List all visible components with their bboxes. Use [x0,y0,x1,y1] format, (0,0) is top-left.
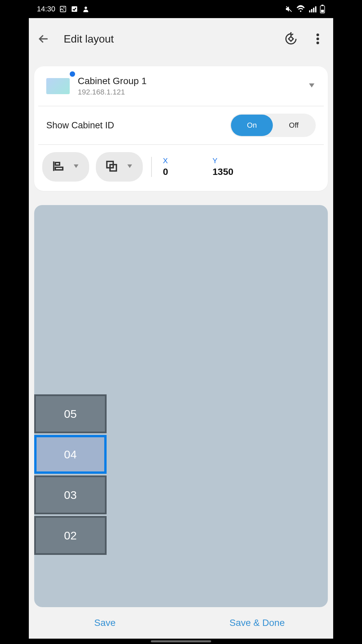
coord-y[interactable]: Y 1350 [213,156,253,177]
toggle-group: On Off [230,114,316,137]
svg-rect-2 [72,6,77,12]
checkbox-icon [71,5,78,13]
coord-y-label: Y [213,156,253,165]
status-bar: 14:30 [29,0,333,18]
svg-rect-19 [55,163,60,165]
coord-x-value: 0 [163,167,203,177]
mute-icon [285,5,293,13]
svg-point-1 [63,7,65,9]
group-name: Cabinet Group 1 [78,76,300,86]
gallery-icon [59,5,67,13]
person-icon [82,5,89,13]
page-title: Edit layout [64,33,270,45]
svg-rect-6 [311,9,312,12]
cabinet-02[interactable]: 02 [34,516,107,555]
svg-rect-7 [313,8,314,12]
svg-rect-8 [315,6,316,12]
back-button[interactable] [37,32,50,46]
svg-point-16 [316,42,319,44]
group-selector[interactable]: Cabinet Group 1 192.168.1.121 [38,76,324,106]
svg-rect-5 [309,10,310,12]
coord-y-value: 1350 [213,167,253,177]
toggle-on-button[interactable]: On [231,115,273,136]
signal-icon [308,5,316,13]
auto-rotate-button[interactable] [284,31,298,46]
nav-handle[interactable] [29,639,333,644]
divider [151,157,152,177]
align-dropdown[interactable] [42,152,89,182]
svg-marker-21 [74,165,78,168]
wifi-icon [296,5,305,13]
svg-point-14 [316,34,319,36]
tools-row: X 0 Y 1350 [34,145,328,182]
distribute-dropdown[interactable] [96,152,143,182]
svg-rect-11 [321,10,324,12]
more-button[interactable] [310,31,325,46]
align-left-icon [52,160,64,174]
layout-canvas[interactable]: 05 04 03 02 [34,205,328,607]
chevron-down-icon [308,83,316,89]
group-ip: 192.168.1.121 [78,88,300,96]
battery-icon [320,5,325,13]
cabinet-03[interactable]: 03 [34,475,107,514]
toggle-label: Show Cabinet ID [46,120,230,131]
toggle-off-button[interactable]: Off [273,115,315,136]
group-thumbnail-icon [46,78,70,94]
overlap-icon [105,160,118,174]
settings-card: Cabinet Group 1 192.168.1.121 Show Cabin… [34,66,328,191]
svg-marker-24 [127,165,132,168]
app-bar: Edit layout [29,18,333,60]
chevron-down-icon [126,164,133,170]
bottom-bar: Save Save & Done [29,607,333,639]
save-button[interactable]: Save [29,618,181,628]
chevron-down-icon [72,164,80,170]
svg-marker-17 [309,83,314,87]
svg-point-3 [84,7,87,9]
svg-rect-10 [321,5,324,6]
coord-x[interactable]: X 0 [163,156,203,177]
cabinet-04[interactable]: 04 [34,435,107,474]
coord-x-label: X [163,156,203,165]
show-cabinet-id-row: Show Cabinet ID On Off [38,106,324,145]
svg-rect-13 [289,37,293,41]
save-done-button[interactable]: Save & Done [181,618,333,628]
cabinet-05[interactable]: 05 [34,394,107,433]
svg-rect-20 [55,167,63,170]
status-time: 14:30 [37,5,55,13]
svg-point-15 [316,38,319,40]
